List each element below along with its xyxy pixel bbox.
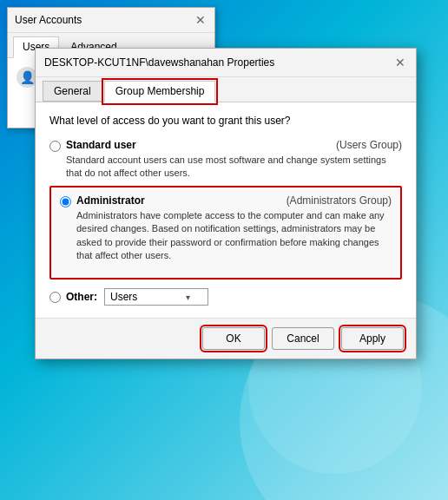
admin-label-area: Administrator (Administrators Group) Adm…	[76, 194, 392, 263]
tab-general[interactable]: General	[43, 81, 102, 102]
outer-titlebar: User Accounts ✕	[8, 8, 214, 33]
admin-group-label: (Administrators Group)	[287, 194, 392, 207]
tab-group-membership[interactable]: Group Membership	[104, 81, 216, 102]
outer-window-title: User Accounts	[15, 14, 82, 26]
other-label[interactable]: Other:	[66, 291, 97, 303]
cancel-button[interactable]: Cancel	[272, 327, 334, 350]
admin-radio-row: Administrator (Administrators Group)	[76, 194, 392, 207]
standard-user-option: Standard user (Users Group) Standard acc…	[49, 139, 402, 181]
standard-user-radio[interactable]	[49, 141, 61, 152]
administrator-option: Administrator (Administrators Group) Adm…	[60, 194, 392, 263]
other-dropdown[interactable]: Users ▾	[104, 288, 208, 306]
dropdown-arrow-icon: ▾	[186, 293, 190, 302]
standard-user-label[interactable]: Standard user	[66, 139, 136, 151]
inner-close-button[interactable]: ✕	[393, 56, 407, 69]
inner-body: What level of access do you want to gran…	[36, 102, 416, 318]
apply-button[interactable]: Apply	[341, 327, 404, 350]
standard-radio-row: Standard user (Users Group)	[66, 139, 402, 151]
administrator-option-box: Administrator (Administrators Group) Adm…	[49, 186, 402, 280]
outer-close-button[interactable]: ✕	[194, 13, 208, 27]
administrator-radio[interactable]	[60, 196, 71, 207]
other-dropdown-value: Users	[110, 291, 137, 303]
other-radio[interactable]	[49, 292, 61, 303]
inner-titlebar: DESKTOP-KCUT1NF\davewshanahan Properties…	[36, 49, 416, 77]
administrator-label[interactable]: Administrator	[76, 194, 145, 207]
inner-tabs: General Group Membership	[36, 77, 416, 102]
inner-window-title: DESKTOP-KCUT1NF\davewshanahan Properties	[44, 56, 274, 69]
standard-description: Standard account users can use most soft…	[66, 154, 402, 181]
access-question: What level of access do you want to gran…	[49, 115, 402, 127]
standard-group-label: (Users Group)	[336, 139, 402, 151]
properties-dialog: DESKTOP-KCUT1NF\davewshanahan Properties…	[35, 48, 417, 359]
administrator-description: Administrators have complete access to t…	[76, 209, 392, 263]
dialog-footer: OK Cancel Apply	[36, 318, 416, 359]
standard-label-area: Standard user (Users Group) Standard acc…	[66, 139, 402, 181]
other-option-row: Other: Users ▾	[49, 288, 402, 306]
ok-button[interactable]: OK	[202, 327, 265, 350]
